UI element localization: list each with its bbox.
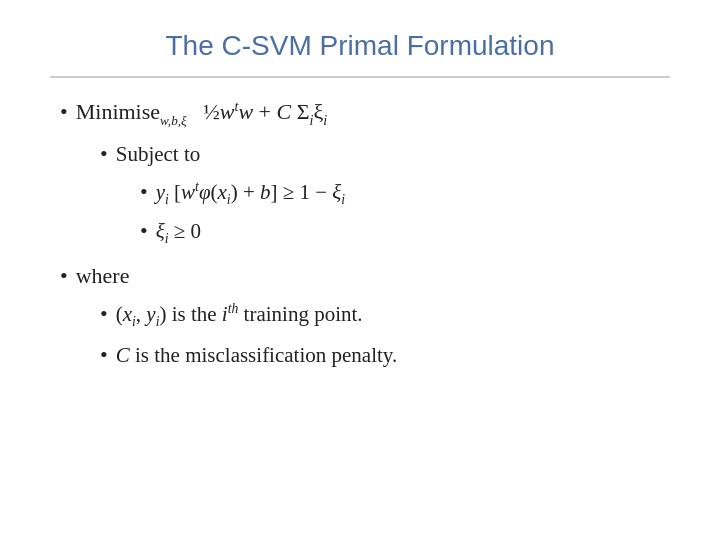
where-text: where (76, 263, 130, 289)
minimise-bullet: • Minimisew,b,ξ ½wtw + C Σiξi (60, 98, 670, 129)
xi-yi-def-bullet: • (xi, yi) is the ith training point. (100, 301, 670, 330)
slide-content: • Minimisew,b,ξ ½wtw + C Σiξi • Subject … (50, 98, 670, 510)
bullet-dot-4: • (140, 218, 148, 244)
bullet-dot: • (60, 99, 68, 125)
constraint1-text: yi [wtφ(xi) + b] ≥ 1 − ξi (156, 179, 345, 208)
bullet-dot-2: • (100, 141, 108, 167)
minimise-text: Minimisew,b,ξ ½wtw + C Σiξi (76, 98, 328, 129)
c-def-bullet: • C is the misclassification penalty. (100, 342, 670, 368)
bullet-dot-3: • (140, 179, 148, 205)
bullet-dot-5: • (60, 263, 68, 289)
xi-yi-def-text: (xi, yi) is the ith training point. (116, 301, 363, 330)
slide-title: The C-SVM Primal Formulation (50, 30, 670, 78)
where-bullet: • where (60, 263, 670, 289)
slide: The C-SVM Primal Formulation • Minimisew… (0, 0, 720, 540)
constraint1-bullet: • yi [wtφ(xi) + b] ≥ 1 − ξi (140, 179, 670, 208)
bullet-dot-7: • (100, 342, 108, 368)
subject-to-text: Subject to (116, 142, 201, 167)
constraint2-bullet: • ξi ≥ 0 (140, 218, 670, 247)
constraint2-text: ξi ≥ 0 (156, 219, 201, 247)
subject-to-bullet: • Subject to (100, 141, 670, 167)
bullet-dot-6: • (100, 301, 108, 327)
c-def-text: C is the misclassification penalty. (116, 343, 398, 368)
